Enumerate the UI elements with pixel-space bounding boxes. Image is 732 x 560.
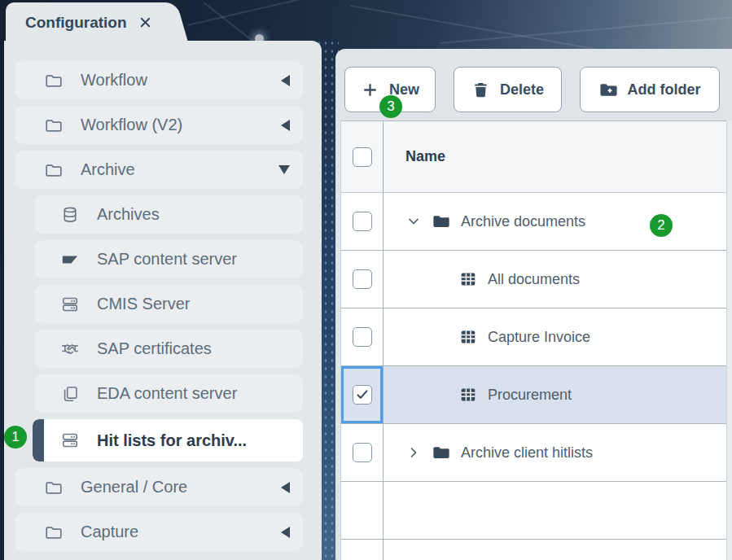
row-checkbox-cell (341, 540, 384, 560)
chevron-right-icon[interactable] (405, 444, 422, 461)
chevron-collapsed-icon[interactable] (281, 75, 290, 86)
background-network-line (187, 0, 449, 26)
sidebar-item-eda-content-server[interactable]: EDA content server (34, 374, 303, 413)
row-checkbox-cell (341, 308, 384, 365)
vertical-scrollbar[interactable] (726, 120, 732, 560)
chevron-collapsed-icon[interactable] (281, 527, 290, 538)
row-label: All documents (488, 271, 580, 288)
row-name-cell: Capture Invoice (384, 308, 726, 365)
sidebar-item-label: Hit lists for archiv... (97, 431, 303, 450)
sidebar-item-label: SAP content server (97, 250, 303, 269)
table-row-capture-invoice[interactable]: Capture Invoice (341, 308, 726, 366)
add-folder-button[interactable]: Add folder (580, 67, 720, 112)
row-checkbox[interactable] (353, 212, 372, 231)
sidebar-item-hit-lists-for-archives[interactable]: Hit lists for archiv... (33, 419, 303, 462)
sidebar-item-label: EDA content server (97, 384, 303, 403)
sidebar-item-list: Workflow Workflow (V2) Archive Archives … (4, 61, 322, 551)
hitlist-table-icon (459, 328, 477, 346)
row-label: Archive documents (461, 213, 585, 230)
app-root: Configuration Workflow Workflow (V2) Arc… (0, 0, 732, 560)
delete-button-label: Delete (500, 81, 544, 98)
table-row-empty (341, 540, 726, 560)
sidebar-item-cmis-server[interactable]: CMIS Server (34, 285, 303, 323)
row-name-cell: All documents (384, 251, 726, 308)
delete-button[interactable]: Delete (454, 67, 562, 112)
row-label: Capture Invoice (488, 329, 590, 346)
folder-plus-icon (599, 81, 618, 99)
chevron-down-icon[interactable] (405, 213, 422, 230)
selected-indicator-bar (33, 419, 44, 462)
row-checkbox[interactable] (353, 443, 372, 462)
table-row-all-documents[interactable]: All documents (341, 251, 726, 308)
sidebar-item-sap-certificates[interactable]: SAP certificates (34, 330, 303, 368)
chevron-expanded-icon[interactable] (278, 165, 290, 174)
copy-pages-icon (61, 385, 79, 403)
table-row-procurement[interactable]: Procurement (341, 366, 726, 424)
row-checkbox-cell (341, 482, 384, 539)
tab-configuration[interactable]: Configuration (6, 2, 157, 42)
folder-icon (45, 72, 63, 90)
row-label: Procurement (488, 387, 572, 404)
plus-icon (361, 81, 379, 99)
sidebar-item-label: SAP certificates (97, 339, 303, 358)
row-checkbox[interactable] (353, 327, 372, 347)
hitlist-table: Name Archive documents All docum (340, 120, 726, 560)
row-checkbox-cell (341, 366, 384, 423)
folder-icon (45, 523, 63, 541)
sidebar-item-archives[interactable]: Archives (34, 195, 303, 234)
add-folder-button-label: Add folder (628, 81, 701, 98)
sidebar-item-capture[interactable]: Capture (15, 513, 303, 551)
hitlist-table-icon (459, 270, 477, 288)
row-name-cell: Archive documents (384, 193, 726, 250)
close-icon[interactable] (138, 15, 153, 30)
sidebar-item-archive[interactable]: Archive (15, 151, 303, 189)
folder-icon (45, 479, 63, 497)
database-icon (61, 206, 79, 224)
row-name-cell (384, 540, 726, 560)
sidebar-item-label: Capture (81, 523, 281, 541)
row-checkbox-checked[interactable] (353, 385, 372, 405)
server-stack-icon (61, 431, 79, 449)
row-name-cell: Procurement (384, 366, 726, 423)
sidebar-item-label: General / Core (81, 478, 281, 497)
sidebar-item-label: Workflow (V2) (81, 116, 281, 134)
sidebar-item-label: Archives (97, 205, 303, 224)
trash-icon (471, 81, 490, 99)
sidebar-item-label: Archive (81, 160, 278, 179)
sidebar-item-sap-content-server[interactable]: SAP content server (34, 240, 303, 278)
name-column-header: Name (384, 121, 726, 192)
background-network-line (440, 17, 732, 44)
sidebar-item-label: CMIS Server (97, 295, 303, 313)
chevron-collapsed-icon[interactable] (281, 120, 290, 131)
folder-icon (45, 116, 63, 134)
folder-icon (45, 161, 63, 179)
sidebar: Workflow Workflow (V2) Archive Archives … (4, 41, 322, 560)
callout-badge-2: 2 (650, 214, 673, 237)
hitlist-table-icon (459, 386, 477, 404)
table-header-row: Name (341, 121, 726, 193)
row-checkbox-cell (341, 193, 384, 250)
callout-badge-1: 1 (4, 426, 27, 448)
folder-solid-icon (432, 212, 450, 230)
row-name-cell (384, 482, 726, 539)
table-row-empty (341, 482, 726, 540)
callout-badge-3: 3 (379, 95, 402, 118)
sidebar-item-workflow-v2[interactable]: Workflow (V2) (15, 106, 303, 144)
sidebar-item-workflow[interactable]: Workflow (15, 61, 303, 99)
handshake-icon (61, 340, 79, 358)
tab-label: Configuration (25, 14, 127, 32)
server-stack-icon (61, 295, 79, 313)
row-checkbox-cell (341, 424, 384, 481)
row-name-cell: Archive client hitlists (384, 424, 726, 481)
row-checkbox[interactable] (353, 269, 372, 289)
chevron-collapsed-icon[interactable] (281, 482, 290, 493)
row-label: Archive client hitlists (461, 444, 593, 462)
select-all-checkbox[interactable] (353, 147, 372, 167)
sidebar-item-general-core[interactable]: General / Core (15, 468, 303, 506)
sidebar-item-label: Workflow (81, 71, 281, 90)
header-checkbox-cell (341, 121, 384, 192)
main-panel: New Delete Add folder Name (335, 49, 732, 560)
table-row-archive-client-hitlists[interactable]: Archive client hitlists (341, 424, 726, 482)
sap-logo-icon (61, 251, 79, 269)
folder-solid-icon (432, 444, 450, 462)
